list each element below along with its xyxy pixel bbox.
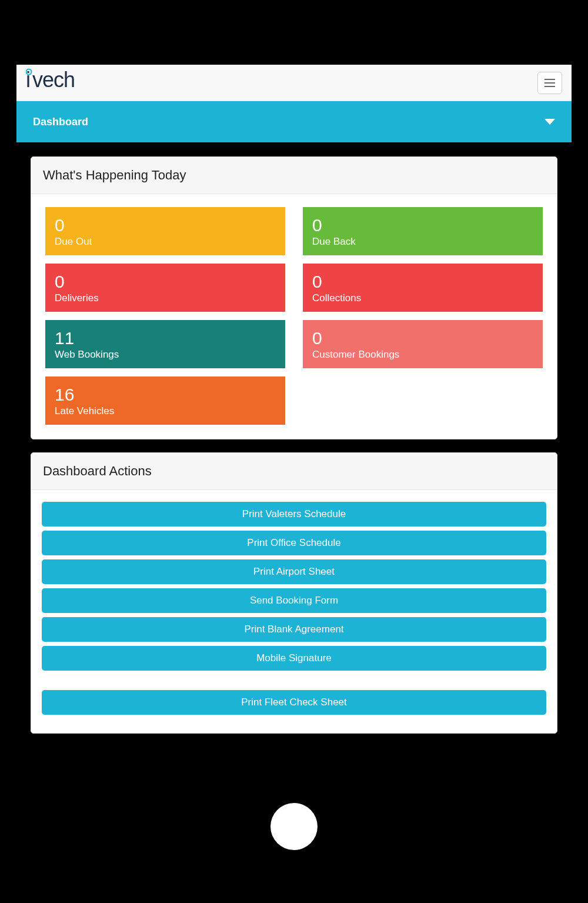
navbar: i vech [16, 65, 572, 101]
stat-label: Customer Bookings [312, 349, 533, 361]
brand-logo[interactable]: i vech [26, 68, 96, 97]
stat-label: Collections [312, 292, 533, 304]
action-mobile-signature[interactable]: Mobile Signature [42, 646, 546, 671]
stat-card-deliveries[interactable]: 0Deliveries [45, 264, 285, 312]
brand-logo-svg: i vech [26, 68, 96, 92]
hamburger-icon [544, 79, 555, 80]
stat-value: 0 [312, 215, 533, 235]
content-area: What's Happening Today 0Due Out0Due Back… [16, 142, 572, 779]
stat-value: 0 [312, 272, 533, 291]
panel-actions: Dashboard Actions Print Valeters Schedul… [31, 452, 557, 734]
svg-text:vech: vech [32, 68, 75, 92]
stat-value: 0 [55, 272, 276, 291]
device-screen: i vech Dashboard What's Happening Today … [16, 65, 572, 779]
action-print-blank-agreement[interactable]: Print Blank Agreement [42, 617, 546, 642]
action-print-airport-sheet[interactable]: Print Airport Sheet [42, 559, 546, 584]
panel-happening-title: What's Happening Today [31, 157, 557, 194]
stat-label: Deliveries [55, 292, 276, 304]
panel-actions-title: Dashboard Actions [31, 453, 557, 490]
panel-happening: What's Happening Today 0Due Out0Due Back… [31, 156, 557, 439]
panel-actions-body: Print Valeters SchedulePrint Office Sche… [31, 490, 557, 733]
stat-value: 16 [55, 385, 276, 404]
stat-value: 11 [55, 328, 276, 348]
device-home-button[interactable] [270, 803, 318, 850]
action-send-booking-form[interactable]: Send Booking Form [42, 588, 546, 613]
breadcrumb-title: Dashboard [33, 116, 88, 128]
stat-card-customer-bookings[interactable]: 0Customer Bookings [303, 320, 543, 368]
stat-label: Web Bookings [55, 349, 276, 361]
menu-button[interactable] [537, 72, 562, 94]
stat-value: 0 [55, 215, 276, 235]
stat-cards-grid: 0Due Out0Due Back0Deliveries0Collections… [45, 207, 543, 425]
stat-card-web-bookings[interactable]: 11Web Bookings [45, 320, 285, 368]
chevron-down-icon [544, 119, 555, 125]
breadcrumb-bar[interactable]: Dashboard [16, 101, 572, 142]
stat-label: Late Vehicles [55, 405, 276, 417]
stat-label: Due Out [55, 236, 276, 248]
stat-card-due-back[interactable]: 0Due Back [303, 207, 543, 255]
stat-value: 0 [312, 328, 533, 348]
action-print-fleet-check-sheet[interactable]: Print Fleet Check Sheet [42, 690, 546, 715]
action-print-valeters-schedule[interactable]: Print Valeters Schedule [42, 502, 546, 527]
stat-card-collections[interactable]: 0Collections [303, 264, 543, 312]
panel-happening-body: 0Due Out0Due Back0Deliveries0Collections… [31, 194, 557, 439]
stat-label: Due Back [312, 236, 533, 248]
action-print-office-schedule[interactable]: Print Office Schedule [42, 531, 546, 555]
stat-card-late-vehicles[interactable]: 16Late Vehicles [45, 376, 285, 425]
stat-card-due-out[interactable]: 0Due Out [45, 207, 285, 255]
